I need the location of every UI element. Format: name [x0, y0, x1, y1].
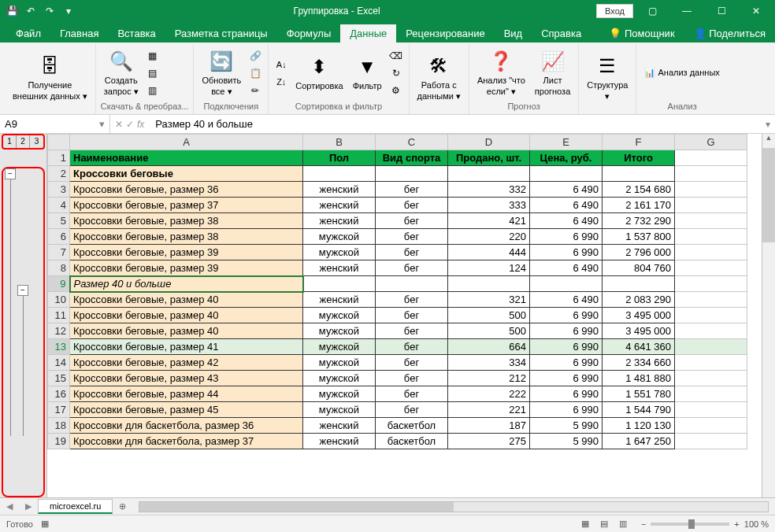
formula-input[interactable]: Размер 40 и больше [149, 118, 761, 130]
sheet-nav-prev-icon[interactable]: ◀ [0, 501, 19, 512]
share-button[interactable]: 👤 Поделиться [684, 24, 775, 42]
table-row: 16 Кроссовки беговые, размер 44 мужской … [48, 386, 747, 402]
row-header[interactable]: 10 [48, 292, 70, 308]
sort-desc-icon[interactable]: Z↓ [273, 74, 289, 90]
row-header[interactable]: 18 [48, 418, 70, 434]
close-icon[interactable]: ✕ [740, 0, 772, 22]
sheet-nav-next-icon[interactable]: ▶ [19, 501, 38, 512]
row-header[interactable]: 5 [48, 213, 70, 229]
sheet-tab[interactable]: microexcel.ru [38, 499, 113, 514]
sort-button[interactable]: ⬍ Сортировка [292, 53, 346, 93]
edit-links-icon[interactable]: ✏ [247, 83, 263, 98]
fx-icon[interactable]: fx [137, 119, 144, 130]
forecast-button[interactable]: 📈 Лист прогноза [532, 47, 573, 98]
qat-customize-icon[interactable]: ▾ [60, 2, 77, 20]
external-data-button[interactable]: 🗄 Получение внешних данных ▾ [9, 52, 91, 102]
assistant-button[interactable]: 💡 Помощник [599, 24, 684, 42]
reapply-icon[interactable]: ↻ [388, 65, 404, 81]
row-header[interactable]: 14 [48, 355, 70, 371]
col-header-F[interactable]: F [603, 135, 675, 150]
outline-button[interactable]: ☰ Структура ▾ [584, 52, 631, 102]
col-header-E[interactable]: E [530, 135, 603, 150]
zoom-out-icon[interactable]: − [641, 519, 646, 529]
undo-icon[interactable]: ↶ [22, 2, 39, 20]
clear-filter-icon[interactable]: ⌫ [388, 48, 404, 64]
name-box[interactable]: A9▾ [0, 115, 110, 133]
zoom-value[interactable]: 100 % [744, 519, 769, 529]
row-header[interactable]: 6 [48, 229, 70, 245]
from-table-icon[interactable]: ▤ [145, 65, 161, 81]
connections-icon[interactable]: 🔗 [247, 48, 263, 64]
enter-formula-icon[interactable]: ✓ [126, 119, 134, 130]
properties-icon[interactable]: 📋 [247, 65, 263, 81]
row-header[interactable]: 17 [48, 402, 70, 418]
view-normal-icon[interactable]: ▦ [577, 517, 594, 531]
cancel-formula-icon[interactable]: ✕ [115, 119, 123, 130]
row-header[interactable]: 4 [48, 198, 70, 213]
row-header[interactable]: 9 [48, 276, 70, 292]
add-sheet-icon[interactable]: ⊕ [113, 501, 132, 512]
filter-button[interactable]: ▼ Фильтр [350, 53, 385, 93]
col-header-C[interactable]: C [376, 135, 448, 150]
tab-view[interactable]: Вид [495, 24, 532, 42]
ribbon-options-icon[interactable]: ▢ [636, 0, 668, 22]
outline-level-1[interactable]: 1 [3, 135, 17, 148]
login-button[interactable]: Вход [596, 4, 633, 18]
spreadsheet-grid[interactable]: A B C D E F G 1 Наименование Пол Вид спо… [47, 134, 747, 449]
vertical-scrollbar[interactable]: ▲ [762, 134, 775, 497]
row-header[interactable]: 15 [48, 371, 70, 386]
select-all-corner[interactable] [48, 135, 70, 150]
redo-icon[interactable]: ↷ [41, 2, 58, 20]
formula-bar: A9▾ ✕ ✓ fx Размер 40 и больше ▾ [0, 115, 775, 134]
tab-review[interactable]: Рецензирование [396, 24, 494, 42]
show-queries-icon[interactable]: ▦ [145, 48, 161, 64]
outline-collapse-1[interactable]: − [5, 168, 16, 179]
table-row: 14 Кроссовки беговые, размер 42 мужской … [48, 355, 747, 371]
whatif-button[interactable]: ❓ Анализ "что если" ▾ [474, 47, 528, 98]
tab-file[interactable]: Файл [6, 24, 50, 42]
tab-help[interactable]: Справка [532, 24, 591, 42]
tab-insert[interactable]: Вставка [108, 24, 165, 42]
minimize-icon[interactable]: — [671, 0, 703, 22]
table-row: 2 Кроссовки беговые [48, 166, 747, 182]
row-header[interactable]: 3 [48, 182, 70, 198]
view-pagebreak-icon[interactable]: ▥ [614, 517, 632, 531]
new-query-button[interactable]: 🔍 Создать запрос ▾ [101, 47, 142, 98]
row-header[interactable]: 13 [48, 339, 70, 355]
row-header[interactable]: 12 [48, 323, 70, 339]
save-icon[interactable]: 💾 [3, 2, 20, 20]
data-analysis-button[interactable]: 📊 Анализ данных [641, 66, 722, 79]
row-header[interactable]: 11 [48, 308, 70, 323]
row-header[interactable]: 1 [48, 150, 70, 166]
row-header[interactable]: 8 [48, 260, 70, 276]
row-header[interactable]: 19 [48, 434, 70, 449]
tab-data[interactable]: Данные [340, 24, 396, 42]
advanced-icon[interactable]: ⚙ [388, 83, 404, 98]
maximize-icon[interactable]: ☐ [706, 0, 737, 22]
view-layout-icon[interactable]: ▤ [595, 517, 613, 531]
macro-record-icon[interactable]: ▦ [41, 519, 49, 529]
col-header-A[interactable]: A [70, 135, 303, 150]
horizontal-scrollbar[interactable] [139, 501, 769, 512]
row-header[interactable]: 2 [48, 166, 70, 182]
col-header-G[interactable]: G [675, 135, 747, 150]
tab-home[interactable]: Главная [50, 24, 108, 42]
row-header[interactable]: 7 [48, 245, 70, 260]
tab-layout[interactable]: Разметка страницы [165, 24, 277, 42]
sort-asc-icon[interactable]: A↓ [273, 57, 289, 72]
tab-formulas[interactable]: Формулы [277, 24, 341, 42]
col-header-D[interactable]: D [448, 135, 530, 150]
refresh-all-button[interactable]: 🔄 Обновить все ▾ [198, 47, 244, 98]
outline-collapse-2[interactable]: − [17, 285, 28, 296]
table-row: 1 Наименование Пол Вид спорта Продано, ш… [48, 150, 747, 166]
recent-sources-icon[interactable]: ▥ [145, 83, 161, 98]
data-tools-button[interactable]: 🛠 Работа с данными ▾ [414, 52, 464, 102]
outline-level-3[interactable]: 3 [30, 135, 43, 148]
scrollbar-thumb[interactable] [762, 148, 775, 242]
zoom-slider[interactable] [651, 523, 729, 526]
row-header[interactable]: 16 [48, 386, 70, 402]
expand-formula-icon[interactable]: ▾ [761, 119, 775, 130]
outline-level-2[interactable]: 2 [17, 135, 30, 148]
zoom-in-icon[interactable]: + [734, 519, 739, 529]
col-header-B[interactable]: B [303, 135, 376, 150]
